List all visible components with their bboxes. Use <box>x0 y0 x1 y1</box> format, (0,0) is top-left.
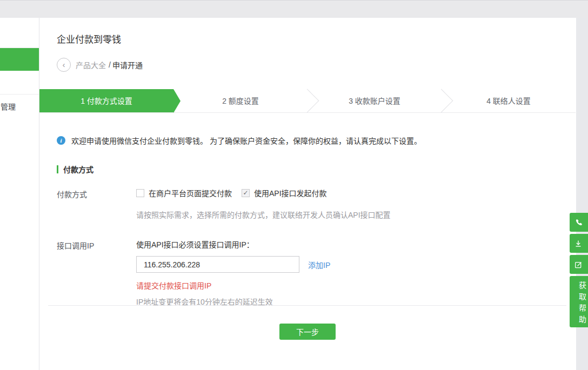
payment-method-hint: 请按照实际需求，选择所需的付款方式，建议联络开发人员确认API接口配置 <box>136 209 558 220</box>
page-title: 企业付款到零钱 <box>57 32 558 45</box>
payment-method-label: 付款方式 <box>57 187 136 220</box>
check-icon: ✓ <box>243 190 248 196</box>
step-3-receiving-account: 3 收款账户设置 <box>308 89 442 112</box>
step-4-contact: 4 联络人设置 <box>442 89 576 112</box>
download-icon <box>574 239 583 248</box>
chevron-left-icon: ‹ <box>63 60 65 69</box>
api-ip-instruction: 使用API接口必须设置接口调用IP： <box>136 239 558 250</box>
ip-input-line: 添加IP <box>136 256 558 273</box>
add-ip-link[interactable]: 添加IP <box>308 259 330 270</box>
api-ip-field: 使用API接口必须设置接口调用IP： 添加IP 请提交付款接口调用IP IP地址… <box>136 239 558 307</box>
page: 管理 企业付款到零钱 ‹ 产品大全 / 申请开通 1 付款方式设置 2 额度设置 <box>0 0 588 370</box>
step-label: 2 额度设置 <box>222 97 259 105</box>
sidebar-item[interactable] <box>0 71 39 95</box>
form-body: i 欢迎申请使用微信支付企业付款到零钱。 为了确保账户资金安全，保障你的权益，请… <box>39 113 576 307</box>
step-1-payment-method: 1 付款方式设置 <box>39 89 173 112</box>
sidebar-item-management[interactable]: 管理 <box>0 95 39 118</box>
floating-action-stack: 获取帮助 <box>570 213 588 327</box>
edit-icon <box>574 260 583 269</box>
ip-error-message: 请提交付款接口调用IP <box>136 280 558 291</box>
hotline-button[interactable] <box>570 213 588 232</box>
footer-divider <box>48 305 566 306</box>
section-title: 付款方式 <box>63 164 93 174</box>
checkbox-merchant-platform[interactable] <box>136 189 144 197</box>
breadcrumb-separator: / <box>109 60 111 69</box>
payment-method-field: 在商户平台页面提交付款 ✓ 使用API接口发起付款 请按照实际需求，选择所需的付… <box>136 187 558 220</box>
wizard-steps: 1 付款方式设置 2 额度设置 3 收款账户设置 4 联络人设置 <box>39 89 576 113</box>
notice-text: 欢迎申请使用微信支付企业付款到零钱。 为了确保账户资金安全，保障你的权益，请认真… <box>71 135 422 146</box>
welcome-notice: i 欢迎申请使用微信支付企业付款到零钱。 为了确保账户资金安全，保障你的权益，请… <box>39 135 576 146</box>
breadcrumb-parent-link[interactable]: 产品大全 <box>76 59 106 70</box>
checkbox-group-api: ✓ 使用API接口发起付款 <box>242 187 327 198</box>
breadcrumb-current: 申请开通 <box>112 59 143 70</box>
page-header: 企业付款到零钱 ‹ 产品大全 / 申请开通 <box>39 32 576 72</box>
feedback-button[interactable] <box>570 255 588 274</box>
api-ip-row: 接口调用IP 使用API接口必须设置接口调用IP： 添加IP 请提交付款接口调用… <box>39 239 576 307</box>
next-step-button[interactable]: 下一步 <box>279 324 336 340</box>
step-label: 4 联络人设置 <box>486 97 531 105</box>
payment-method-row: 付款方式 在商户平台页面提交付款 ✓ 使用API接口发起付款 <box>39 187 576 220</box>
step-2-quota: 2 额度设置 <box>173 89 308 112</box>
sidebar-item-label: 管理 <box>1 101 16 112</box>
step-label: 3 收款账户设置 <box>349 97 400 105</box>
sidebar-item[interactable] <box>0 18 39 48</box>
section-header: 付款方式 <box>39 164 576 174</box>
step-label: 1 付款方式设置 <box>81 97 132 105</box>
ip-input[interactable] <box>136 256 299 273</box>
phone-icon <box>574 218 583 227</box>
breadcrumb: ‹ 产品大全 / 申请开通 <box>57 58 558 72</box>
checkbox-merchant-platform-label[interactable]: 在商户平台页面提交付款 <box>149 187 232 198</box>
get-help-button[interactable]: 获取帮助 <box>570 276 588 327</box>
section-accent-bar <box>57 165 58 173</box>
sidebar: 管理 <box>0 18 39 370</box>
top-bar <box>0 0 588 18</box>
checkbox-line: 在商户平台页面提交付款 ✓ 使用API接口发起付款 <box>136 187 558 198</box>
back-button[interactable]: ‹ <box>57 58 71 72</box>
main-content: 企业付款到零钱 ‹ 产品大全 / 申请开通 1 付款方式设置 2 额度设置 3 … <box>39 18 576 370</box>
info-icon: i <box>57 136 65 145</box>
download-button[interactable] <box>570 234 588 253</box>
api-ip-label: 接口调用IP <box>57 239 136 307</box>
checkbox-api-label[interactable]: 使用API接口发起付款 <box>254 187 327 198</box>
sidebar-item-active[interactable] <box>0 48 39 71</box>
checkbox-api[interactable]: ✓ <box>242 189 250 197</box>
